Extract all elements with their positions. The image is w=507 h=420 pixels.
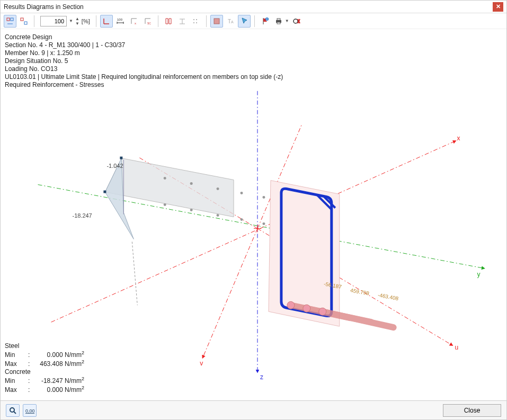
y-axis-label: y: [477, 271, 480, 278]
svg-text:0: 0: [266, 17, 268, 21]
close-button[interactable]: Close: [443, 404, 501, 417]
svg-rect-17: [277, 19, 280, 20]
footer-bar: 0,00 Close: [1, 400, 506, 419]
u-axis-label: u: [455, 344, 458, 351]
legend-block: Steel Min:0.000 N/mm2 Max:463.408 N/mm2 …: [5, 342, 84, 394]
svg-rect-18: [277, 22, 280, 24]
points-button[interactable]: [190, 15, 202, 28]
rebar-value-2: 459.798: [350, 287, 370, 296]
cross-section: [269, 181, 394, 328]
svg-point-32: [190, 209, 193, 211]
print-button[interactable]: [272, 15, 285, 28]
svg-point-34: [241, 218, 243, 221]
svg-point-44: [287, 301, 295, 309]
svg-text:0,00: 0,00: [25, 408, 34, 414]
svg-point-9: [193, 22, 194, 23]
svg-point-26: [164, 177, 166, 180]
svg-point-30: [262, 196, 265, 199]
cancel-x-button[interactable]: [290, 15, 303, 28]
svg-point-28: [217, 187, 219, 190]
stress-value-left: -18.247: [72, 212, 92, 219]
v-axis: [203, 228, 257, 357]
view-mode-1-button[interactable]: [4, 15, 16, 28]
texture-button[interactable]: [210, 15, 223, 28]
decimals-button[interactable]: 0,00: [23, 404, 37, 417]
svg-point-33: [217, 214, 219, 217]
view-mode-2-button[interactable]: [17, 15, 30, 28]
svg-rect-36: [120, 157, 122, 159]
legend-steel-heading: Steel: [5, 342, 84, 350]
svg-line-25: [132, 242, 137, 305]
settings-flag-button[interactable]: 0: [259, 15, 271, 28]
svg-point-29: [241, 192, 243, 194]
text-overlay-button[interactable]: TA: [224, 15, 237, 28]
svg-text:x: x: [135, 22, 136, 25]
rebar-value-3: -463.408: [377, 292, 399, 301]
svg-rect-1: [11, 18, 13, 21]
scale-x-button[interactable]: x: [128, 15, 140, 28]
toolbar-separator: [34, 15, 34, 27]
pointer-button[interactable]: [238, 15, 251, 28]
v-axis-label: v: [200, 360, 203, 367]
svg-text:A: A: [231, 20, 234, 24]
svg-point-47: [10, 408, 14, 412]
window-title: Results Diagrams in Section: [4, 3, 493, 11]
svg-point-10: [196, 22, 197, 23]
toolbar-separator: [206, 15, 207, 27]
stress-diagram: [103, 157, 265, 306]
svg-point-45: [303, 305, 310, 312]
percent-label: [%]: [82, 18, 90, 24]
svg-rect-37: [103, 191, 106, 193]
svg-point-27: [190, 182, 193, 185]
svg-line-48: [14, 412, 16, 414]
legend-row: Max:0.000 N/mm2: [5, 385, 84, 394]
svg-point-7: [193, 19, 194, 20]
toolbar-separator: [96, 15, 96, 27]
svg-rect-0: [7, 18, 10, 21]
z-axis-label: z: [260, 373, 263, 381]
section-solid-button[interactable]: [162, 15, 175, 28]
titlebar: Results Diagrams in Section ✕: [1, 1, 506, 13]
svg-point-35: [262, 222, 265, 225]
legend-concrete-heading: Concrete: [5, 368, 84, 376]
svg-text:100: 100: [117, 18, 123, 21]
y-axis: [38, 185, 484, 269]
svg-point-31: [164, 203, 166, 206]
zoom-input[interactable]: [40, 16, 67, 26]
svg-point-8: [196, 19, 197, 20]
svg-text:SC: SC: [147, 22, 151, 25]
svg-marker-22: [105, 158, 234, 217]
x-axis-label: x: [457, 135, 460, 142]
toolbar: ▼ ▲▼ [%] 100 x SC TA 0 ▼: [1, 13, 506, 29]
print-chevron-down-icon[interactable]: ▼: [285, 19, 289, 23]
toolbar-separator: [158, 15, 158, 27]
svg-rect-11: [214, 19, 219, 24]
chevron-down-icon[interactable]: ▼: [69, 19, 73, 23]
svg-point-19: [293, 19, 298, 23]
stress-value-top: -1.042: [106, 163, 123, 169]
probe-tool-button[interactable]: [6, 404, 20, 417]
legend-row: Min:0.000 N/mm2: [5, 350, 84, 359]
dimension-button[interactable]: 100: [114, 15, 127, 28]
scale-sc-button[interactable]: SC: [141, 15, 154, 28]
svg-rect-3: [24, 22, 27, 24]
zoom-control[interactable]: ▼ ▲▼ [%]: [38, 16, 92, 26]
legend-row: Max:463.408 N/mm2: [5, 359, 84, 368]
svg-rect-2: [21, 18, 23, 21]
toolbar-separator: [254, 15, 255, 27]
axes-display-button[interactable]: [100, 15, 113, 28]
section-thin-button[interactable]: [176, 15, 189, 28]
legend-row: Min:-18.247 N/mm2: [5, 376, 84, 385]
svg-point-46: [319, 308, 326, 315]
close-icon[interactable]: ✕: [493, 2, 503, 12]
stepper-icon[interactable]: ▲▼: [75, 16, 79, 26]
